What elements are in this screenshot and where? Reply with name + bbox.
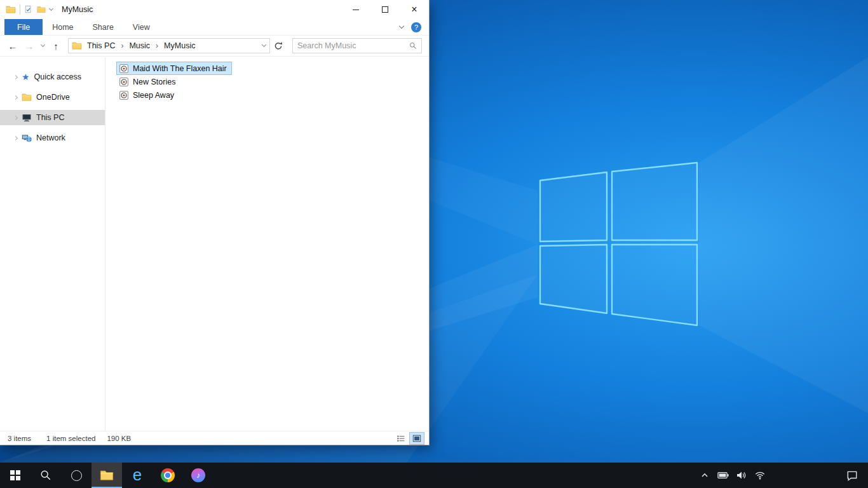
maximize-button[interactable] — [370, 0, 400, 19]
taskbar-internet-explorer-button[interactable]: e — [122, 463, 153, 488]
tab-home[interactable]: Home — [43, 19, 83, 35]
cortana-icon — [71, 470, 82, 481]
chevron-down-icon — [40, 43, 44, 47]
audio-file-icon — [119, 77, 129, 87]
expander-chevron-icon[interactable] — [13, 135, 18, 140]
system-tray — [698, 463, 868, 488]
action-center-icon — [846, 470, 858, 481]
file-row[interactable]: Maid With The Flaxen Hair — [116, 62, 232, 75]
action-center-button[interactable] — [845, 463, 859, 488]
ribbon-tab-bar: File Home Share View ? — [0, 19, 429, 36]
address-dropdown-chevron-icon[interactable] — [262, 43, 266, 47]
view-switcher — [394, 433, 424, 444]
expander-chevron-icon[interactable] — [13, 115, 18, 119]
help-button[interactable]: ? — [411, 22, 421, 32]
qat-customize-chevron-icon[interactable] — [49, 6, 53, 11]
minimize-icon — [353, 10, 359, 10]
battery-status-button[interactable] — [716, 463, 730, 488]
up-button[interactable]: ↑ — [48, 37, 64, 54]
tab-file[interactable]: File — [4, 19, 43, 35]
title-bar: MyMusic × — [0, 0, 429, 19]
address-bar-row: ← → ↑ This PC › Music › MyMusic — [0, 36, 429, 57]
breadcrumb-this-pc[interactable]: This PC — [85, 41, 117, 50]
audio-file-icon — [119, 64, 129, 74]
battery-icon — [717, 470, 729, 481]
taskbar-search-button[interactable] — [31, 463, 61, 488]
taskbar-file-explorer-button[interactable] — [92, 463, 122, 488]
speaker-icon — [736, 470, 747, 480]
taskbar: e ♪ — [0, 463, 868, 488]
status-selection-size: 190 KB — [107, 435, 131, 442]
start-button[interactable] — [0, 463, 31, 488]
screen: MyMusic × File Home Share View ? ← → ↑ — [0, 0, 868, 488]
breadcrumb-mymusic[interactable]: MyMusic — [162, 41, 197, 50]
explorer-main: ★ Quick access OneDrive This PC Network — [0, 57, 429, 431]
status-selection: 1 item selected — [46, 435, 95, 442]
search-icon[interactable] — [409, 42, 417, 50]
expand-ribbon-chevron-icon[interactable] — [399, 24, 404, 29]
sidebar-item-label: Quick access — [34, 72, 81, 81]
back-button[interactable]: ← — [4, 37, 21, 54]
window-title: MyMusic — [62, 5, 93, 14]
search-icon — [40, 470, 51, 481]
expander-chevron-icon[interactable] — [13, 95, 18, 99]
internet-explorer-icon: e — [133, 466, 142, 483]
close-button[interactable]: × — [400, 0, 429, 19]
file-row[interactable]: Sleep Away — [116, 88, 179, 102]
maximize-icon — [382, 6, 388, 13]
qat-properties-icon[interactable] — [24, 5, 33, 14]
expander-chevron-icon[interactable] — [13, 74, 18, 79]
file-name: Sleep Away — [133, 91, 174, 100]
sidebar-item-label: OneDrive — [36, 93, 70, 102]
qat-separator — [20, 4, 20, 15]
taskbar-chrome-button[interactable] — [153, 463, 183, 488]
wifi-icon — [755, 470, 765, 480]
refresh-icon — [273, 41, 283, 51]
cortana-button[interactable] — [61, 463, 92, 488]
chevron-up-icon — [700, 470, 710, 480]
breadcrumb-separator-icon: › — [120, 41, 124, 50]
file-name: Maid With The Flaxen Hair — [133, 64, 227, 73]
volume-button[interactable] — [735, 463, 749, 488]
show-hidden-icons-button[interactable] — [698, 463, 712, 488]
sidebar-item-label: Network — [36, 133, 65, 142]
breadcrumb-separator-icon: › — [155, 41, 159, 50]
window-controls: × — [341, 0, 429, 19]
sidebar-item-quick-access[interactable]: ★ Quick access — [0, 69, 105, 85]
address-bar[interactable]: This PC › Music › MyMusic — [68, 38, 270, 53]
details-view-icon — [397, 434, 405, 443]
computer-icon — [22, 112, 32, 123]
chrome-icon — [161, 468, 175, 482]
file-row[interactable]: New Stories — [116, 75, 180, 88]
search-box — [292, 38, 422, 53]
close-icon: × — [411, 4, 417, 15]
qat-new-folder-icon[interactable] — [37, 5, 46, 14]
sidebar-item-label: This PC — [36, 113, 64, 122]
onedrive-folder-icon — [22, 92, 32, 102]
sidebar-item-network[interactable]: Network — [0, 130, 105, 146]
refresh-button[interactable] — [270, 38, 287, 53]
taskbar-itunes-button[interactable]: ♪ — [183, 463, 214, 488]
audio-file-icon — [119, 90, 129, 100]
recent-locations-button[interactable] — [37, 37, 48, 54]
file-explorer-icon — [100, 468, 114, 482]
network-status-button[interactable] — [753, 463, 767, 488]
system-folder-icon[interactable] — [6, 4, 16, 15]
forward-button[interactable]: → — [21, 37, 37, 54]
details-view-button[interactable] — [394, 433, 408, 444]
search-input[interactable] — [297, 41, 409, 50]
network-icon — [22, 133, 32, 143]
file-name: New Stories — [133, 78, 175, 86]
status-bar: 3 items 1 item selected 190 KB — [0, 431, 429, 445]
windows-start-icon — [10, 470, 20, 480]
sidebar-item-this-pc[interactable]: This PC — [0, 110, 105, 125]
quick-access-toolbar — [6, 4, 53, 15]
sidebar-item-onedrive[interactable]: OneDrive — [0, 90, 105, 105]
file-explorer-window: MyMusic × File Home Share View ? ← → ↑ — [0, 0, 429, 445]
minimize-button[interactable] — [341, 0, 370, 19]
thumbnail-view-button[interactable] — [410, 433, 424, 444]
tab-share[interactable]: Share — [83, 19, 123, 35]
tab-view[interactable]: View — [123, 19, 159, 35]
status-items-count: 3 items — [8, 435, 31, 442]
breadcrumb-music[interactable]: Music — [127, 41, 152, 50]
